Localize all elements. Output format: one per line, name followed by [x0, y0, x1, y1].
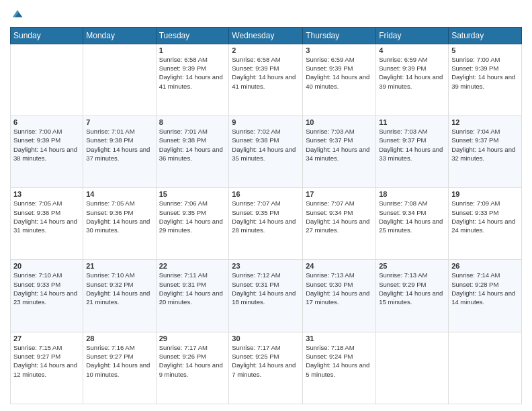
day-info: Sunrise: 7:04 AMSunset: 9:37 PMDaylight:… [451, 127, 519, 163]
calendar-table: SundayMondayTuesdayWednesdayThursdayFrid… [10, 27, 522, 404]
calendar-week-0: 1Sunrise: 6:58 AMSunset: 9:39 PMDaylight… [11, 44, 522, 116]
calendar-cell-0-0 [11, 44, 83, 116]
day-info: Sunrise: 7:01 AMSunset: 9:38 PMDaylight:… [86, 127, 152, 163]
calendar-week-4: 27Sunrise: 7:15 AMSunset: 9:27 PMDayligh… [11, 332, 522, 404]
calendar-cell-1-3: 9Sunrise: 7:02 AMSunset: 9:38 PMDaylight… [229, 116, 303, 188]
day-number: 19 [451, 190, 519, 198]
calendar-cell-0-2: 1Sunrise: 6:58 AMSunset: 9:39 PMDaylight… [156, 44, 229, 116]
day-info: Sunrise: 7:09 AMSunset: 9:33 PMDaylight:… [451, 199, 519, 234]
calendar-cell-1-4: 10Sunrise: 7:03 AMSunset: 9:37 PMDayligh… [303, 116, 376, 188]
day-info: Sunrise: 7:11 AMSunset: 9:31 PMDaylight:… [159, 271, 226, 306]
day-info: Sunrise: 7:14 AMSunset: 9:28 PMDaylight:… [451, 271, 519, 306]
day-number: 16 [232, 190, 300, 198]
day-info: Sunrise: 7:02 AMSunset: 9:38 PMDaylight:… [232, 127, 300, 163]
day-info: Sunrise: 7:06 AMSunset: 9:35 PMDaylight:… [159, 199, 226, 234]
day-info: Sunrise: 7:01 AMSunset: 9:38 PMDaylight:… [159, 127, 226, 163]
calendar-cell-3-4: 24Sunrise: 7:13 AMSunset: 9:30 PMDayligh… [303, 260, 376, 332]
day-info: Sunrise: 7:13 AMSunset: 9:30 PMDaylight:… [306, 271, 373, 306]
day-number: 28 [86, 334, 152, 342]
calendar-cell-1-5: 11Sunrise: 7:03 AMSunset: 9:37 PMDayligh… [376, 116, 449, 188]
day-number: 8 [159, 118, 226, 126]
day-number: 27 [13, 334, 80, 342]
calendar-week-1: 6Sunrise: 7:00 AMSunset: 9:39 PMDaylight… [11, 116, 522, 188]
calendar-cell-4-2: 29Sunrise: 7:17 AMSunset: 9:26 PMDayligh… [156, 332, 229, 404]
calendar-cell-0-6: 5Sunrise: 7:00 AMSunset: 9:39 PMDaylight… [449, 44, 522, 116]
calendar-cell-2-4: 17Sunrise: 7:07 AMSunset: 9:34 PMDayligh… [303, 188, 376, 260]
calendar-cell-1-2: 8Sunrise: 7:01 AMSunset: 9:38 PMDaylight… [156, 116, 229, 188]
day-info: Sunrise: 7:08 AMSunset: 9:34 PMDaylight:… [379, 199, 445, 234]
day-info: Sunrise: 7:03 AMSunset: 9:37 PMDaylight:… [306, 127, 373, 163]
day-number: 20 [13, 262, 80, 270]
day-info: Sunrise: 7:18 AMSunset: 9:24 PMDaylight:… [306, 343, 373, 379]
logo [10, 7, 24, 21]
day-info: Sunrise: 7:15 AMSunset: 9:27 PMDaylight:… [13, 343, 80, 379]
day-number: 7 [86, 118, 152, 126]
logo-icon [11, 8, 24, 20]
calendar-cell-4-6 [449, 332, 522, 404]
day-number: 5 [451, 46, 519, 54]
calendar-cell-0-5: 4Sunrise: 6:59 AMSunset: 9:39 PMDaylight… [376, 44, 449, 116]
day-info: Sunrise: 7:00 AMSunset: 9:39 PMDaylight:… [13, 127, 80, 163]
weekday-header-monday: Monday [83, 27, 156, 44]
day-number: 9 [232, 118, 300, 126]
day-number: 3 [306, 46, 373, 54]
day-info: Sunrise: 6:58 AMSunset: 9:39 PMDaylight:… [159, 55, 226, 91]
day-number: 22 [159, 262, 226, 270]
day-info: Sunrise: 7:03 AMSunset: 9:37 PMDaylight:… [379, 127, 445, 163]
day-number: 2 [232, 46, 300, 54]
day-info: Sunrise: 6:59 AMSunset: 9:39 PMDaylight:… [379, 55, 445, 91]
day-info: Sunrise: 6:58 AMSunset: 9:39 PMDaylight:… [232, 55, 300, 91]
day-info: Sunrise: 7:07 AMSunset: 9:35 PMDaylight:… [232, 199, 300, 234]
day-number: 4 [379, 46, 445, 54]
calendar-cell-2-6: 19Sunrise: 7:09 AMSunset: 9:33 PMDayligh… [449, 188, 522, 260]
weekday-header-saturday: Saturday [449, 27, 522, 44]
calendar-cell-1-6: 12Sunrise: 7:04 AMSunset: 9:37 PMDayligh… [449, 116, 522, 188]
calendar-week-2: 13Sunrise: 7:05 AMSunset: 9:36 PMDayligh… [11, 188, 522, 260]
logo-text [10, 7, 24, 21]
calendar-cell-3-3: 23Sunrise: 7:12 AMSunset: 9:31 PMDayligh… [229, 260, 303, 332]
day-info: Sunrise: 6:59 AMSunset: 9:39 PMDaylight:… [306, 55, 373, 91]
day-number: 24 [306, 262, 373, 270]
header [10, 7, 522, 21]
day-number: 17 [306, 190, 373, 198]
day-info: Sunrise: 7:12 AMSunset: 9:31 PMDaylight:… [232, 271, 300, 306]
day-info: Sunrise: 7:05 AMSunset: 9:36 PMDaylight:… [86, 199, 152, 234]
day-info: Sunrise: 7:10 AMSunset: 9:32 PMDaylight:… [86, 271, 152, 306]
day-info: Sunrise: 7:07 AMSunset: 9:34 PMDaylight:… [306, 199, 373, 234]
day-number: 29 [159, 334, 226, 342]
calendar-cell-4-3: 30Sunrise: 7:17 AMSunset: 9:25 PMDayligh… [229, 332, 303, 404]
day-number: 11 [379, 118, 445, 126]
calendar-cell-4-5 [376, 332, 449, 404]
day-number: 14 [86, 190, 152, 198]
weekday-header-sunday: Sunday [11, 27, 83, 44]
weekday-header-row: SundayMondayTuesdayWednesdayThursdayFrid… [11, 27, 522, 44]
day-info: Sunrise: 7:05 AMSunset: 9:36 PMDaylight:… [13, 199, 80, 234]
day-number: 18 [379, 190, 445, 198]
day-info: Sunrise: 7:16 AMSunset: 9:27 PMDaylight:… [86, 343, 152, 379]
day-number: 30 [232, 334, 300, 342]
day-number: 15 [159, 190, 226, 198]
calendar-cell-2-5: 18Sunrise: 7:08 AMSunset: 9:34 PMDayligh… [376, 188, 449, 260]
calendar-cell-4-4: 31Sunrise: 7:18 AMSunset: 9:24 PMDayligh… [303, 332, 376, 404]
calendar-cell-0-3: 2Sunrise: 6:58 AMSunset: 9:39 PMDaylight… [229, 44, 303, 116]
calendar-cell-4-0: 27Sunrise: 7:15 AMSunset: 9:27 PMDayligh… [11, 332, 83, 404]
day-number: 10 [306, 118, 373, 126]
day-number: 25 [379, 262, 445, 270]
day-number: 6 [13, 118, 80, 126]
day-info: Sunrise: 7:00 AMSunset: 9:39 PMDaylight:… [451, 55, 519, 91]
calendar-cell-2-1: 14Sunrise: 7:05 AMSunset: 9:36 PMDayligh… [83, 188, 156, 260]
day-number: 26 [451, 262, 519, 270]
calendar-cell-0-1 [83, 44, 156, 116]
day-info: Sunrise: 7:17 AMSunset: 9:25 PMDaylight:… [232, 343, 300, 379]
day-info: Sunrise: 7:10 AMSunset: 9:33 PMDaylight:… [13, 271, 80, 306]
calendar-cell-0-4: 3Sunrise: 6:59 AMSunset: 9:39 PMDaylight… [303, 44, 376, 116]
day-number: 13 [13, 190, 80, 198]
day-number: 23 [232, 262, 300, 270]
weekday-header-wednesday: Wednesday [229, 27, 303, 44]
calendar-cell-3-0: 20Sunrise: 7:10 AMSunset: 9:33 PMDayligh… [11, 260, 83, 332]
day-info: Sunrise: 7:17 AMSunset: 9:26 PMDaylight:… [159, 343, 226, 379]
weekday-header-tuesday: Tuesday [156, 27, 229, 44]
calendar-cell-1-1: 7Sunrise: 7:01 AMSunset: 9:38 PMDaylight… [83, 116, 156, 188]
day-number: 12 [451, 118, 519, 126]
day-number: 1 [159, 46, 226, 54]
